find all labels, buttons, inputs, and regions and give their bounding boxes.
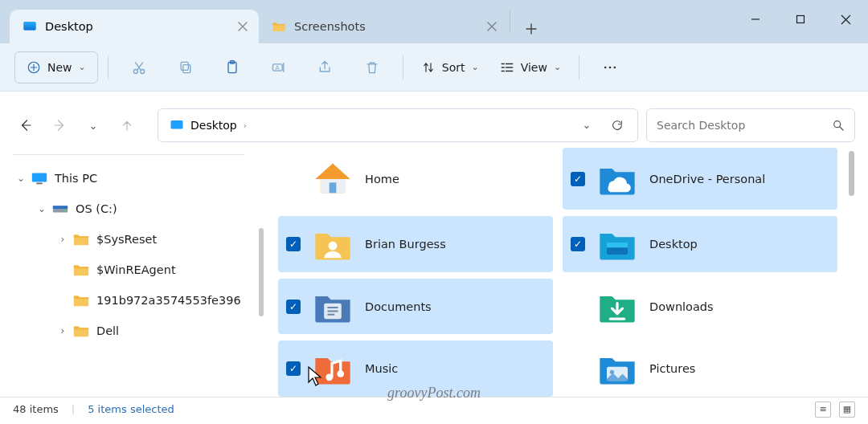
breadcrumb-label: Desktop [190,119,237,132]
new-button[interactable]: New ⌄ [14,51,98,84]
tab-desktop[interactable]: Desktop [10,10,259,43]
tree-item[interactable]: $WinREAgent [0,255,257,285]
cut-button[interactable] [118,51,160,84]
list-item[interactable]: ✓OneDrive - Personal [563,148,837,210]
search-box[interactable] [646,108,855,142]
content-area: Home✓Brian Burgess✓Documents✓Music ✓OneD… [265,148,868,397]
svg-point-13 [609,66,612,68]
svg-text:A: A [275,63,280,71]
up-button[interactable] [114,112,140,138]
checkbox-icon[interactable]: ✓ [571,172,585,186]
list-item[interactable]: ✓Music [278,340,553,397]
svg-point-27 [337,370,344,377]
item-name: Home [365,173,399,186]
tab-label: Desktop [45,20,93,33]
scrollbar[interactable] [842,148,860,397]
item-name: Music [365,362,398,375]
item-name: OneDrive - Personal [649,173,765,186]
breadcrumb-desktop[interactable]: Desktop › [163,109,253,141]
copy-button[interactable] [165,51,207,84]
pane-divider[interactable] [257,148,265,397]
close-icon[interactable] [238,22,248,31]
item-name: Downloads [649,300,714,313]
svg-rect-23 [330,182,337,193]
view-icon [500,60,514,75]
close-icon[interactable] [487,22,497,31]
expand-icon[interactable]: › [53,325,72,336]
item-name: Desktop [649,238,698,251]
expand-icon[interactable]: › [53,234,72,245]
svg-rect-1 [24,22,36,31]
checkbox-icon[interactable]: ✓ [286,361,301,376]
desktop-small-icon [170,118,184,132]
new-tab-button[interactable] [517,14,546,43]
share-button[interactable] [305,51,346,84]
tree-item-label: $SysReset [96,233,157,246]
delete-button[interactable] [351,51,393,84]
sort-icon [421,60,436,75]
tree-item[interactable]: › Dell [0,316,257,346]
tiles-view-toggle[interactable]: ▦ [839,402,855,418]
navigation-pane: ⌄ This PC ⌄ OS (C:) › $SysReset $WinREAg… [0,148,257,397]
tab-screenshots[interactable]: Screenshots [259,10,508,43]
view-button[interactable]: View ⌄ [492,51,569,84]
tree-item[interactable]: ⌄ This PC [0,163,257,194]
separator [108,55,108,80]
expand-icon[interactable]: ⌄ [32,203,51,214]
expand-icon[interactable]: ⌄ [11,173,31,184]
tree-item-label: Dell [96,324,119,337]
search-input[interactable] [657,119,832,132]
recent-locations-button[interactable]: ⌄ [80,112,106,138]
details-view-toggle[interactable]: ≡ [815,402,831,418]
forward-button[interactable] [47,112,72,138]
svg-rect-15 [171,120,183,129]
status-selected-count: 5 items selected [88,403,174,415]
paste-button[interactable] [211,51,253,84]
drag-handle-icon [259,228,264,316]
view-label: View [521,61,547,74]
chevron-right-icon: › [244,120,247,131]
rename-button[interactable]: A [258,51,300,84]
body-split: ⌄ This PC ⌄ OS (C:) › $SysReset $WinREAg… [0,148,868,397]
maximize-button[interactable] [778,0,823,39]
list-item[interactable]: ✓Documents [278,279,553,335]
checkbox-icon[interactable]: ✓ [286,300,301,314]
list-item[interactable]: Pictures [563,340,837,397]
search-icon[interactable] [832,119,845,132]
svg-point-24 [329,242,338,251]
refresh-button[interactable] [602,119,633,132]
svg-point-12 [604,66,607,68]
svg-rect-6 [182,64,190,72]
minimize-button[interactable] [733,0,778,39]
tree-item[interactable]: › $SysReset [0,224,257,255]
chevron-down-icon: ⌄ [471,62,478,72]
svg-rect-17 [32,173,47,182]
item-name: Brian Burgess [365,238,446,251]
list-item[interactable]: Home [278,148,553,210]
svg-point-14 [614,66,616,68]
titlebar: Desktop Screenshots [0,0,868,43]
scrollbar-thumb[interactable] [849,151,854,196]
more-button[interactable] [589,51,631,84]
back-button[interactable] [13,112,39,138]
tree-item-label: $WinREAgent [96,263,176,276]
tree-item-label: OS (C:) [76,202,117,215]
svg-point-16 [834,121,841,128]
checkbox-icon[interactable]: ✓ [571,237,585,251]
close-window-button[interactable] [823,0,868,39]
sort-button[interactable]: Sort ⌄ [413,51,487,84]
status-item-count: 48 items [13,403,59,415]
desktop-small-icon [23,19,37,34]
tree-item[interactable]: 191b972a3574553fe396 [0,285,257,316]
address-bar[interactable]: Desktop › ⌄ [158,108,638,142]
tree-item[interactable]: ⌄ OS (C:) [0,194,257,224]
item-name: Documents [365,300,432,313]
separator [13,154,244,155]
list-item[interactable]: Downloads [563,279,837,335]
checkbox-icon[interactable]: ✓ [286,237,301,251]
separator [403,55,403,80]
address-dropdown-button[interactable]: ⌄ [571,119,602,131]
list-item[interactable]: ✓Brian Burgess [278,216,553,272]
list-item[interactable]: ✓Desktop [563,216,837,272]
sort-label: Sort [442,61,465,74]
